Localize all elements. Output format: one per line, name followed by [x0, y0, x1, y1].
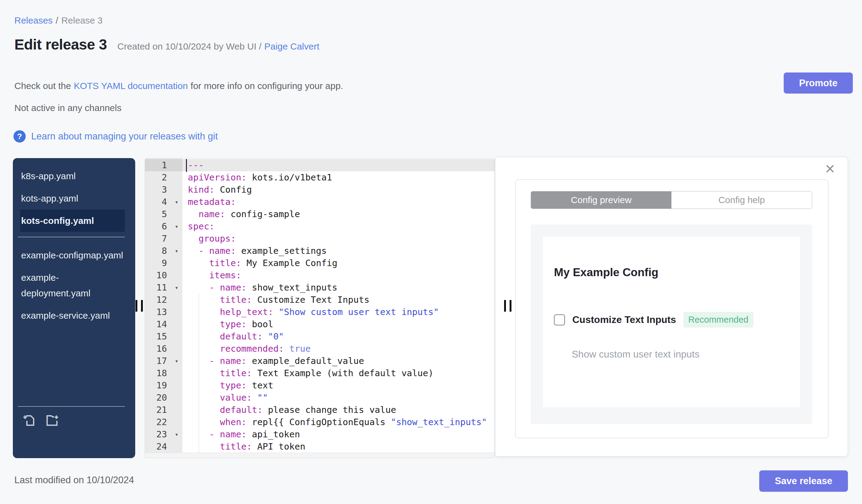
- indent-guide: [198, 294, 199, 453]
- editor-horizontal-scrollbar[interactable]: [145, 453, 495, 458]
- file-item[interactable]: example-service.yaml: [20, 304, 125, 327]
- code-line[interactable]: 7 groups:: [145, 233, 495, 245]
- line-number: 3: [145, 184, 182, 196]
- text-cursor: [186, 159, 187, 172]
- code-line[interactable]: 13 help_text: "Show custom user text inp…: [145, 306, 495, 318]
- close-icon[interactable]: ✕: [825, 163, 835, 175]
- breadcrumb-current: Release 3: [61, 15, 103, 25]
- code-line[interactable]: 21 default: please change this value: [145, 404, 495, 416]
- code-line[interactable]: 15 default: "0": [145, 330, 495, 343]
- page-title: Edit release 3: [14, 36, 107, 53]
- code-line[interactable]: 24 title: API token: [145, 440, 495, 453]
- tab-config-preview[interactable]: Config preview: [531, 191, 671, 209]
- code-text: recommended: true: [182, 343, 495, 355]
- line-number: 22: [145, 416, 182, 428]
- fold-toggle-icon[interactable]: ▾: [175, 245, 178, 257]
- code-line[interactable]: 10 items:: [145, 269, 495, 281]
- code-line[interactable]: 4▾metadata:: [145, 196, 495, 208]
- file-tree-sidebar: k8s-app.yamlkots-app.yamlkots-config.yam…: [13, 158, 135, 458]
- code-text: metadata:: [182, 196, 495, 208]
- fold-toggle-icon[interactable]: ▾: [175, 196, 178, 208]
- code-line[interactable]: 17▾ - name: example_default_value: [145, 355, 495, 367]
- panel-resize-handle-right[interactable]: [504, 300, 511, 311]
- line-number: 12: [145, 294, 182, 306]
- created-meta: Created on 10/10/2024 by Web UI /Paige C…: [117, 41, 319, 52]
- file-item[interactable]: k8s-app.yaml: [20, 165, 125, 187]
- code-line[interactable]: 12 title: Customize Text Inputs: [145, 294, 495, 306]
- file-item[interactable]: example-configmap.yaml: [20, 244, 125, 266]
- code-lines: 1---2apiVersion: kots.io/v1beta13kind: C…: [145, 159, 495, 453]
- code-line[interactable]: 18 title: Text Example (with default val…: [145, 367, 495, 379]
- code-line[interactable]: 1---: [145, 159, 495, 171]
- tab-config-help[interactable]: Config help: [671, 191, 812, 209]
- line-number: 2: [145, 171, 182, 184]
- file-item[interactable]: kots-config.yaml: [20, 210, 125, 232]
- code-text: - name: show_text_inputs: [182, 281, 495, 294]
- code-text: title: Text Example (with default value): [182, 367, 495, 379]
- code-line[interactable]: 22 when: repl{{ ConfigOptionEquals "show…: [145, 416, 495, 428]
- fold-toggle-icon[interactable]: ▾: [175, 220, 178, 233]
- code-text: value: "": [182, 392, 495, 404]
- code-line[interactable]: 5 name: config-sample: [145, 208, 495, 220]
- code-line[interactable]: 8▾ - name: example_settings: [145, 245, 495, 257]
- title-row: Edit release 3 Created on 10/10/2024 by …: [14, 36, 319, 53]
- code-text: apiVersion: kots.io/v1beta1: [182, 171, 495, 184]
- file-item[interactable]: kots-app.yaml: [20, 187, 125, 210]
- line-number: 8▾: [145, 245, 182, 257]
- fold-toggle-icon[interactable]: ▾: [175, 281, 178, 294]
- line-number: 6▾: [145, 220, 182, 233]
- line-number: 19: [145, 379, 182, 392]
- file-actions: [18, 407, 125, 427]
- code-line[interactable]: 3kind: Config: [145, 184, 495, 196]
- breadcrumb-releases-link[interactable]: Releases: [14, 15, 53, 25]
- line-number: 4▾: [145, 196, 182, 208]
- config-card: Config previewConfig help My Example Con…: [515, 180, 828, 438]
- breadcrumb-separator: /: [56, 15, 58, 25]
- line-number: 7: [145, 233, 182, 245]
- fold-toggle-icon[interactable]: ▾: [175, 355, 178, 367]
- code-line[interactable]: 11▾ - name: show_text_inputs: [145, 281, 495, 294]
- config-item-help-text: Show custom user text inputs: [572, 349, 700, 360]
- code-text: ---: [182, 159, 495, 171]
- channel-status: Not active in any channels: [14, 103, 121, 113]
- code-text: title: API token: [182, 440, 495, 453]
- git-help-link[interactable]: Learn about managing your releases with …: [31, 131, 218, 142]
- fold-toggle-icon[interactable]: ▾: [175, 428, 178, 440]
- last-modified-text: Last modified on 10/10/2024: [14, 475, 134, 486]
- code-line[interactable]: 14 type: bool: [145, 318, 495, 330]
- add-folder-icon[interactable]: [45, 413, 59, 427]
- line-number: 23▾: [145, 428, 182, 440]
- code-line[interactable]: 19 type: text: [145, 379, 495, 392]
- code-text: title: My Example Config: [182, 257, 495, 269]
- code-line[interactable]: 20 value: "": [145, 392, 495, 404]
- code-line[interactable]: 9 title: My Example Config: [145, 257, 495, 269]
- code-text: when: repl{{ ConfigOptionEquals "show_te…: [182, 416, 495, 428]
- code-line[interactable]: 23▾ - name: api_token: [145, 428, 495, 440]
- save-release-button[interactable]: Save release: [759, 470, 848, 492]
- add-file-icon[interactable]: [22, 413, 37, 427]
- config-group-title: My Example Config: [554, 266, 658, 279]
- code-text: kind: Config: [182, 184, 495, 196]
- docs-line: Check out theKOTS YAML documentationfor …: [14, 81, 343, 91]
- drag-bar: [135, 300, 138, 311]
- help-icon[interactable]: ?: [13, 130, 26, 143]
- code-text: groups:: [182, 233, 495, 245]
- customize-text-inputs-checkbox[interactable]: [554, 314, 565, 326]
- yaml-editor[interactable]: 1---2apiVersion: kots.io/v1beta13kind: C…: [145, 158, 495, 458]
- line-number: 9: [145, 257, 182, 269]
- code-line[interactable]: 16 recommended: true: [145, 343, 495, 355]
- drag-bar: [504, 300, 506, 311]
- line-number: 15: [145, 330, 182, 343]
- promote-button[interactable]: Promote: [784, 72, 853, 94]
- code-line[interactable]: 2apiVersion: kots.io/v1beta1: [145, 171, 495, 184]
- panel-resize-handle-left[interactable]: [135, 300, 143, 311]
- preview-tabs: Config previewConfig help: [531, 191, 812, 209]
- drag-bar: [510, 300, 511, 311]
- docs-suffix: for more info on configuring your app.: [191, 81, 343, 91]
- code-line[interactable]: 6▾spec:: [145, 220, 495, 233]
- sidebar-footer: [18, 406, 125, 427]
- created-text: Created on 10/10/2024 by Web UI /: [117, 41, 262, 51]
- kots-yaml-docs-link[interactable]: KOTS YAML documentation: [74, 81, 188, 91]
- created-by-link[interactable]: Paige Calvert: [264, 41, 319, 51]
- file-item[interactable]: example-deployment.yaml: [20, 266, 125, 304]
